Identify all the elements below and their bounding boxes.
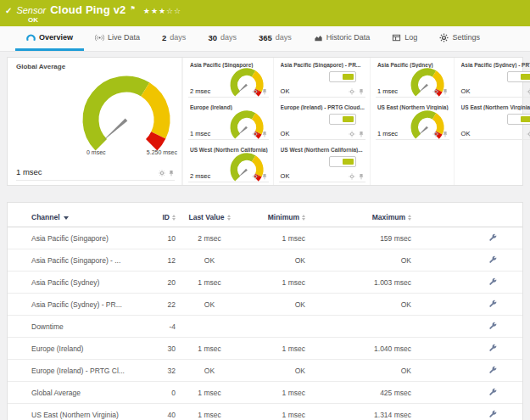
gauge-min-label: 0 msec [86,149,106,155]
status-check-icon: ✓ [5,6,12,15]
panel-gear-icon[interactable] [432,131,439,137]
col-header-minimum[interactable]: Minimum [238,203,310,227]
cell-channel: Asia Pacific (Sydney) - PR... [8,294,145,316]
gauge-max-label: 5.250 msec [147,149,177,155]
tab-2-days[interactable]: 2 days [151,26,197,51]
panel-value: 2 msec [190,172,210,180]
cell-channel: Europe (Ireland) [8,338,145,360]
table-row: Global Average 0 1 msec 1 msec 425 msec [8,382,522,404]
panel-pin-icon[interactable] [442,88,449,95]
panel-value: 1 msec [377,87,398,95]
cell-minimum: 1 msec [238,382,310,404]
empty-panel [454,143,530,185]
channel-panel-sydney-prtg: Asia Pacific (Sydney) - PRTG ... OK [454,58,530,100]
table-row: Downtime -4 [8,316,522,338]
tab-365-days[interactable]: 365 days [248,26,303,51]
priority-stars[interactable]: ★★★☆☆ [143,7,181,15]
panel-value: OK [461,87,471,95]
tab-label: days [170,33,186,42]
panel-gear-icon[interactable] [349,173,355,180]
cell-id: 32 [145,360,181,382]
panel-pin-icon[interactable] [261,131,268,137]
panel-pin-icon[interactable] [261,88,268,95]
edit-channel-wrench-icon[interactable] [488,410,497,418]
cell-channel: Global Average [8,382,145,404]
flag-icon[interactable]: ⚑ [131,5,136,12]
edit-channel-wrench-icon[interactable] [488,388,497,396]
cell-maximum: OK [310,249,416,272]
col-header-actions [416,203,522,227]
cell-id: -4 [145,316,181,338]
tab-label: Overview [39,33,73,42]
status-indicator [329,71,356,82]
prtg-sensor-page: ✓ Sensor Cloud Ping v2 ⚑ ★★★☆☆ OK Overvi… [0,0,530,420]
panel-pin-icon[interactable] [168,170,175,176]
cell-maximum: 159 msec [310,227,416,249]
panel-gear-icon[interactable] [159,170,165,176]
cell-channel: Europe (Ireland) - PRTG Cl... [8,360,145,382]
cell-last-value [181,316,238,338]
col-header-label: Last Value [188,213,224,221]
cell-id: 20 [145,272,181,294]
cell-id: 40 [145,404,181,420]
panel-title: US East (Northern Virginia) - ... [461,104,530,110]
edit-channel-wrench-icon[interactable] [488,344,497,352]
cell-minimum: OK [238,294,310,316]
panel-value: OK [281,130,290,137]
col-header-id[interactable]: ID [145,203,181,227]
cell-last-value: 1 msec [181,404,238,420]
edit-channel-wrench-icon[interactable] [488,300,497,308]
panel-pin-icon[interactable] [358,88,365,95]
tab-overview[interactable]: Overview [15,26,84,51]
edit-channel-wrench-icon[interactable] [488,366,497,374]
gauges-card: Global Average 0 msec 5.250 msec 1 msec [7,57,523,186]
panel-pin-icon[interactable] [358,131,365,137]
table-row: US East (Northern Virginia) 40 1 msec 1 … [8,404,522,420]
cell-channel: Asia Pacific (Sydney) [8,272,145,294]
col-header-label: ID [163,213,170,221]
tab-number: 30 [208,33,217,42]
sort-icon [172,215,176,221]
panel-title: Asia Pacific (Sydney) - PRTG ... [461,62,530,68]
edit-channel-wrench-icon[interactable] [488,233,497,242]
panel-pin-icon[interactable] [261,173,268,180]
cell-minimum: OK [238,249,310,272]
tab-number: 2 [162,33,166,42]
edit-channel-wrench-icon[interactable] [488,277,497,286]
tab-log[interactable]: Log [381,26,428,51]
col-header-last-value[interactable]: Last Value [181,203,238,227]
panel-gear-icon[interactable] [432,88,439,95]
tab-30-days[interactable]: 30 days [197,26,248,51]
status-indicator [329,156,356,167]
panel-gear-icon[interactable] [252,88,259,95]
cell-maximum: OK [310,360,416,382]
panel-gear-icon[interactable] [252,131,259,137]
cell-minimum: 1 msec [238,404,310,420]
cell-id: 22 [145,294,181,316]
panel-pin-icon[interactable] [358,173,365,180]
panel-gear-icon[interactable] [527,88,530,95]
panel-title: US West (Northern California)... [281,147,365,153]
table-row: Europe (Ireland) 30 1 msec 1 msec 1.040 … [8,338,522,360]
edit-channel-wrench-icon[interactable] [488,255,497,264]
sort-icon [408,215,411,221]
tab-settings[interactable]: Settings [428,26,491,51]
cell-maximum: 425 msec [310,382,416,404]
edit-channel-wrench-icon[interactable] [488,322,497,330]
panel-gear-icon[interactable] [349,131,355,137]
channel-panels-grid: Asia Pacific (Singapore) 2 msec [182,58,530,185]
cell-minimum [238,316,310,338]
tab-historic-data[interactable]: Historic Data [303,26,382,51]
cell-last-value: 1 msec [181,382,238,404]
col-header-maximum[interactable]: Maximum [310,203,416,227]
col-header-channel[interactable]: Channel [8,203,145,227]
tab-live-data[interactable]: Live Data [84,26,151,51]
sort-icon [302,215,305,221]
panel-gear-icon[interactable] [252,173,259,180]
panel-pin-icon[interactable] [442,131,449,137]
tab-label: Settings [452,33,480,42]
panel-gear-icon[interactable] [349,88,355,95]
sensor-name: Cloud Ping v2 [50,3,126,16]
cell-id: 12 [145,249,181,272]
panel-gear-icon[interactable] [527,131,530,137]
